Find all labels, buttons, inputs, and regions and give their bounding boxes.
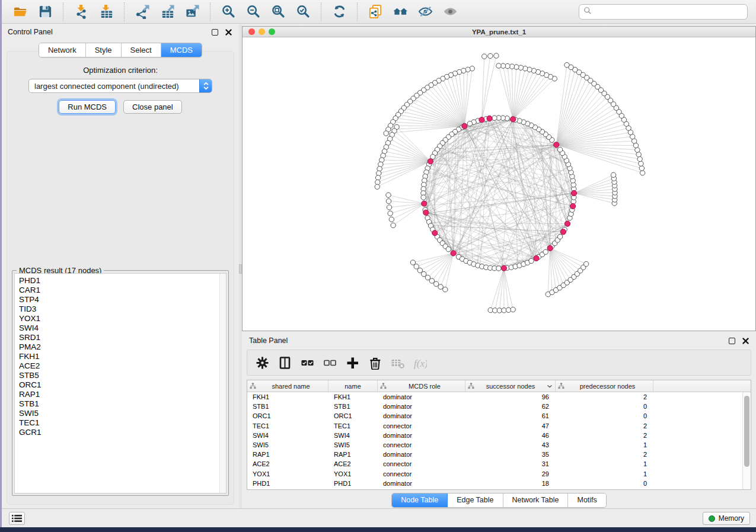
search-input[interactable] [595, 8, 743, 16]
mcds-result-item[interactable]: GCR1 [19, 428, 219, 437]
column-header-successor-nodes[interactable]: successor nodes [465, 380, 556, 392]
table-scrollbar[interactable] [742, 392, 751, 489]
network-node[interactable] [543, 249, 548, 254]
minimize-window-icon[interactable] [259, 28, 265, 35]
mcds-network-node[interactable] [564, 221, 570, 226]
export-network-button[interactable] [130, 2, 155, 21]
mcds-network-node[interactable] [423, 210, 429, 215]
mcds-result-item[interactable]: ACE2 [19, 361, 219, 371]
network-node[interactable] [378, 162, 383, 166]
mcds-result-item[interactable]: SRD1 [19, 333, 219, 342]
close-table-panel-icon[interactable] [742, 338, 749, 344]
network-node[interactable] [488, 53, 493, 58]
mcds-network-node[interactable] [571, 190, 576, 196]
network-node[interactable] [375, 180, 380, 184]
network-node[interactable] [391, 223, 395, 227]
table-row[interactable]: TEC1TEC1connector472 [247, 421, 742, 431]
network-node[interactable] [496, 63, 501, 68]
mcds-result-item[interactable]: PMA2 [19, 342, 219, 352]
network-node[interactable] [417, 268, 422, 273]
table-row[interactable]: STB1STB1dominator620 [247, 402, 742, 411]
network-node[interactable] [639, 161, 643, 166]
tab-style[interactable]: Style [86, 43, 122, 57]
zoom-fit-button[interactable] [266, 2, 291, 21]
network-node[interactable] [529, 258, 534, 263]
network-node[interactable] [386, 193, 391, 197]
column-header-predecessor-nodes[interactable]: predecessor nodes [556, 380, 653, 392]
network-node[interactable] [583, 261, 588, 266]
close-panel-button[interactable]: Close panel [123, 100, 182, 114]
close-panel-icon[interactable] [225, 29, 232, 36]
show-graphics-details-button[interactable] [438, 2, 462, 21]
mcds-result-item[interactable]: STB1 [19, 399, 219, 409]
add-column-button[interactable] [342, 352, 362, 373]
select-columns-button[interactable] [275, 352, 295, 373]
column-header-mcds-role[interactable]: MCDS role [378, 380, 465, 392]
network-node[interactable] [639, 166, 644, 171]
network-node[interactable] [611, 172, 615, 177]
network-node[interactable] [421, 195, 426, 200]
network-node[interactable] [511, 307, 515, 312]
float-table-panel-icon[interactable] [729, 338, 735, 344]
network-node[interactable] [387, 205, 391, 210]
refresh-button[interactable] [327, 2, 352, 21]
network-node[interactable] [384, 131, 388, 136]
mcds-result-item[interactable]: ORC1 [19, 380, 219, 390]
settings-button[interactable] [252, 352, 272, 373]
table-row[interactable]: YOX1YOX1connector291 [247, 469, 742, 479]
mcds-network-node[interactable] [428, 159, 433, 164]
memory-button[interactable]: Memory [703, 512, 750, 525]
network-node[interactable] [564, 62, 569, 67]
optimization-criterion-select[interactable]: largest connected component (undirected) [28, 79, 212, 93]
network-node[interactable] [443, 287, 448, 291]
network-node[interactable] [636, 152, 641, 157]
mcds-result-item[interactable]: YOX1 [19, 314, 219, 323]
table-row[interactable]: FKH1FKH1dominator962 [247, 392, 742, 402]
column-header-shared-name[interactable]: shared name [247, 380, 328, 392]
zoom-selected-button[interactable] [291, 2, 315, 21]
network-node[interactable] [637, 156, 642, 161]
network-node[interactable] [388, 211, 393, 216]
network-node[interactable] [414, 264, 419, 269]
mcds-network-node[interactable] [451, 251, 456, 256]
export-table-button[interactable] [155, 2, 180, 21]
zoom-out-button[interactable] [241, 2, 266, 21]
float-panel-icon[interactable] [212, 29, 218, 36]
mcds-network-node[interactable] [462, 123, 467, 129]
table-row[interactable]: SWI4SWI4dominator462 [247, 431, 742, 440]
tab-edge-table[interactable]: Edge Table [448, 493, 503, 507]
network-node[interactable] [422, 271, 426, 276]
mcds-result-item[interactable]: TID3 [19, 305, 219, 314]
network-node[interactable] [433, 281, 438, 286]
network-node[interactable] [389, 217, 394, 222]
duplicate-network-button[interactable] [363, 2, 388, 21]
table-row[interactable]: ORC1ORC1dominator610 [247, 411, 742, 421]
save-button[interactable] [33, 2, 58, 21]
tab-mcds[interactable]: MCDS [161, 43, 202, 57]
network-node[interactable] [438, 284, 443, 289]
search-field[interactable] [579, 4, 748, 20]
mcds-network-node[interactable] [422, 201, 427, 206]
mcds-network-node[interactable] [511, 117, 516, 122]
network-view-titlebar[interactable]: YPA_prune.txt_1 [243, 27, 755, 37]
mcds-result-item[interactable]: STB5 [19, 371, 219, 380]
network-node[interactable] [425, 275, 430, 280]
import-table-button[interactable] [94, 2, 119, 21]
first-neighbors-button[interactable] [388, 2, 413, 21]
mcds-network-node[interactable] [547, 245, 553, 251]
mcds-network-node[interactable] [534, 255, 539, 261]
mcds-result-item[interactable]: PHD1 [19, 276, 219, 286]
mcds-result-item[interactable]: TEC1 [19, 418, 219, 428]
network-canvas[interactable] [243, 38, 755, 331]
hide-graphics-details-button[interactable] [413, 2, 438, 21]
zoom-in-button[interactable] [216, 2, 241, 21]
mcds-network-node[interactable] [432, 230, 438, 236]
tab-select[interactable]: Select [122, 43, 161, 57]
network-node[interactable] [557, 234, 562, 239]
mcds-result-item[interactable]: FKH1 [19, 352, 219, 361]
network-node[interactable] [482, 54, 487, 59]
import-network-button[interactable] [69, 2, 94, 21]
network-node[interactable] [640, 171, 645, 175]
table-row[interactable]: ACE2ACE2connector311 [247, 459, 742, 469]
mcds-network-node[interactable] [560, 229, 566, 235]
